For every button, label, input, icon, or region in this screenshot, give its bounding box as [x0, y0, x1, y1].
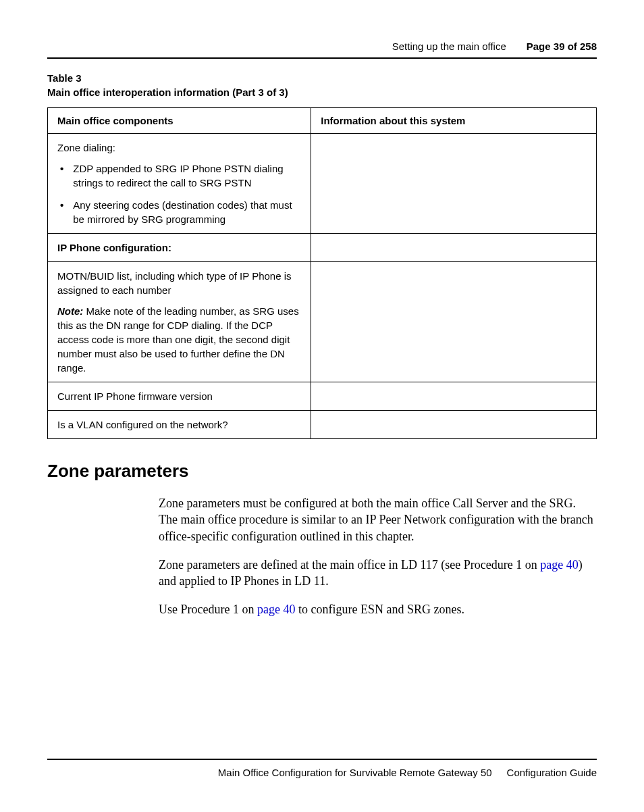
cell-zone-dialing: Zone dialing: • ZDP appended to SRG IP P… — [48, 134, 311, 234]
table-header-row: Main office components Information about… — [48, 108, 597, 134]
paragraph-zone-intro: Zone parameters must be configured at bo… — [159, 495, 597, 544]
table-row: Is a VLAN configured on the network? — [48, 411, 597, 439]
cell-firmware-info — [311, 382, 597, 411]
bullet-icon: • — [60, 161, 63, 190]
table-row: IP Phone configuration: — [48, 234, 597, 262]
cell-vlan-info — [311, 411, 597, 439]
table-row: Zone dialing: • ZDP appended to SRG IP P… — [48, 134, 597, 234]
footer-text: Main Office Configuration for Survivable… — [47, 767, 597, 778]
cell-motn-buid: MOTN/BUID list, including which type of … — [48, 262, 311, 382]
motn-buid-note: Note: Make note of the leading number, a… — [57, 304, 301, 375]
header-page-number: Page 39 of 258 — [527, 41, 597, 52]
cell-ip-phone-config-info — [311, 234, 597, 262]
paragraph-zone-ld117: Zone parameters are defined at the main … — [159, 557, 597, 590]
note-text: Make note of the leading number, as SRG … — [57, 305, 299, 374]
header-rule — [47, 57, 597, 59]
cell-zone-dialing-info — [311, 134, 597, 234]
list-item: • ZDP appended to SRG IP Phone PSTN dial… — [57, 161, 301, 190]
paragraph-use-procedure: Use Procedure 1 on page 40 to configure … — [159, 601, 597, 617]
page-header: Setting up the main office Page 39 of 25… — [47, 41, 597, 52]
interop-table: Main office components Information about… — [47, 107, 597, 439]
zone-dialing-label: Zone dialing: — [57, 141, 301, 155]
table-caption: Table 3 Main office interoperation infor… — [47, 71, 597, 99]
footer-doc-type: Configuration Guide — [507, 767, 597, 778]
footer-rule — [47, 759, 597, 760]
page-footer: Main Office Configuration for Survivable… — [47, 759, 597, 778]
list-item: • Any steering codes (destination codes)… — [57, 198, 301, 226]
header-section-title: Setting up the main office — [392, 41, 506, 52]
cell-vlan: Is a VLAN configured on the network? — [48, 411, 311, 439]
footer-doc-title: Main Office Configuration for Survivable… — [218, 767, 492, 778]
col-header-components: Main office components — [48, 108, 311, 134]
cell-firmware: Current IP Phone firmware version — [48, 382, 311, 411]
motn-buid-text: MOTN/BUID list, including which type of … — [57, 269, 301, 297]
table-row: MOTN/BUID list, including which type of … — [48, 262, 597, 382]
bullet-text: Any steering codes (destination codes) t… — [73, 198, 301, 226]
para2-pre: Zone parameters are defined at the main … — [159, 558, 540, 572]
bullet-icon: • — [60, 198, 63, 226]
zone-dialing-bullets: • ZDP appended to SRG IP Phone PSTN dial… — [57, 161, 301, 226]
page-link[interactable]: page 40 — [540, 558, 578, 572]
table-caption-number: Table 3 — [47, 71, 597, 85]
cell-motn-buid-info — [311, 262, 597, 382]
table-row: Current IP Phone firmware version — [48, 382, 597, 411]
section-heading-zone-parameters: Zone parameters — [47, 461, 597, 482]
page-link[interactable]: page 40 — [257, 603, 295, 616]
note-label: Note: — [57, 305, 83, 317]
para3-pre: Use Procedure 1 on — [159, 603, 257, 616]
bullet-text: ZDP appended to SRG IP Phone PSTN dialin… — [73, 161, 301, 190]
cell-ip-phone-config: IP Phone configuration: — [48, 234, 311, 262]
table-caption-title: Main office interoperation information (… — [47, 85, 597, 99]
col-header-info: Information about this system — [311, 108, 597, 134]
para3-post: to configure ESN and SRG zones. — [295, 603, 464, 616]
